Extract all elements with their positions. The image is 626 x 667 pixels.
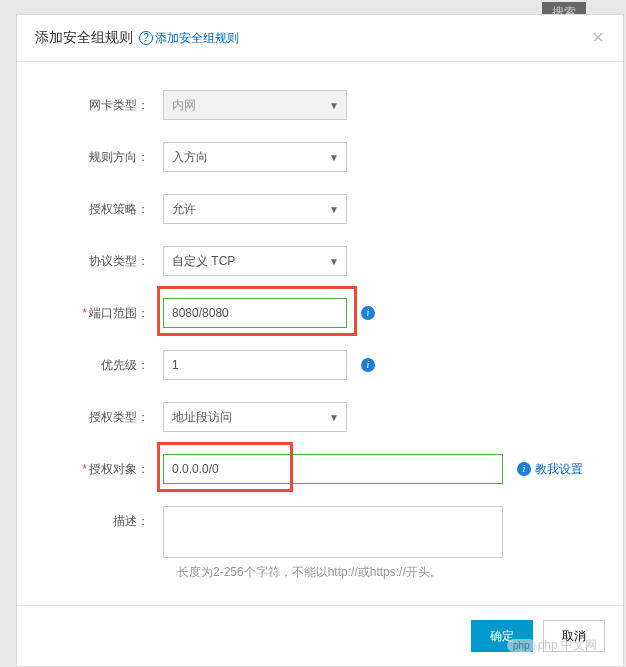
row-priority: 优先级： i — [37, 350, 603, 380]
modal-footer: 确定 取消 — [17, 605, 623, 666]
question-icon: ? — [139, 31, 153, 45]
label-auth-type: 授权类型： — [37, 402, 163, 426]
label-desc: 描述： — [37, 506, 163, 530]
row-protocol: 协议类型： 自定义 TCP ▼ — [37, 246, 603, 276]
desc-hint: 长度为2-256个字符，不能以http://或https://开头。 — [177, 564, 603, 581]
select-direction[interactable]: 入方向 — [163, 142, 347, 172]
help-link[interactable]: ? 添加安全组规则 — [139, 30, 239, 47]
info-icon: i — [517, 462, 531, 476]
row-auth-obj: *授权对象： i 教我设置 — [37, 454, 603, 484]
label-policy: 授权策略： — [37, 194, 163, 218]
textarea-description[interactable] — [163, 506, 503, 558]
row-nic-type: 网卡类型： 内网 ▼ — [37, 90, 603, 120]
required-mark: * — [82, 306, 87, 320]
input-auth-object[interactable] — [163, 454, 503, 484]
teach-me-link[interactable]: i 教我设置 — [517, 461, 583, 478]
info-icon[interactable]: i — [361, 306, 375, 320]
row-auth-type: 授权类型： 地址段访问 ▼ — [37, 402, 603, 432]
label-auth-obj: *授权对象： — [37, 454, 163, 478]
modal-header: 添加安全组规则 ? 添加安全组规则 × — [17, 15, 623, 62]
select-protocol[interactable]: 自定义 TCP — [163, 246, 347, 276]
required-mark: * — [82, 462, 87, 476]
label-nic-type: 网卡类型： — [37, 90, 163, 114]
modal-dialog: 添加安全组规则 ? 添加安全组规则 × 网卡类型： 内网 ▼ 规则方向： 入方向… — [16, 14, 624, 667]
ok-button[interactable]: 确定 — [471, 620, 533, 652]
cancel-button[interactable]: 取消 — [543, 620, 605, 652]
select-policy[interactable]: 允许 — [163, 194, 347, 224]
label-priority: 优先级： — [37, 350, 163, 374]
row-policy: 授权策略： 允许 ▼ — [37, 194, 603, 224]
help-link-label: 添加安全组规则 — [155, 30, 239, 47]
select-nic-type: 内网 — [163, 90, 347, 120]
label-direction: 规则方向： — [37, 142, 163, 166]
close-icon[interactable]: × — [587, 27, 609, 49]
row-direction: 规则方向： 入方向 ▼ — [37, 142, 603, 172]
input-port-range[interactable] — [163, 298, 347, 328]
modal-body: 网卡类型： 内网 ▼ 规则方向： 入方向 ▼ 授权策略： 允许 — [17, 62, 623, 605]
row-desc: 描述： — [37, 506, 603, 558]
info-icon[interactable]: i — [361, 358, 375, 372]
label-port: *端口范围： — [37, 298, 163, 322]
label-protocol: 协议类型： — [37, 246, 163, 270]
input-priority[interactable] — [163, 350, 347, 380]
select-auth-type[interactable]: 地址段访问 — [163, 402, 347, 432]
row-port: *端口范围： i — [37, 298, 603, 328]
modal-title: 添加安全组规则 — [35, 29, 133, 47]
teach-me-label: 教我设置 — [535, 461, 583, 478]
